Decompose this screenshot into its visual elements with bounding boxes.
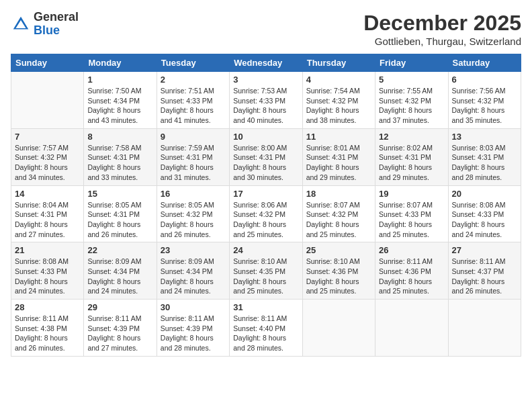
calendar-cell xyxy=(375,300,448,357)
day-info: Sunrise: 7:58 AMSunset: 4:31 PMDaylight:… xyxy=(87,143,152,183)
day-info: Sunrise: 8:09 AMSunset: 4:34 PMDaylight:… xyxy=(161,257,226,296)
calendar-cell: 1Sunrise: 7:50 AMSunset: 4:34 PMDaylight… xyxy=(84,72,157,129)
calendar-table: SundayMondayTuesdayWednesdayThursdayFrid… xyxy=(11,54,521,357)
day-number: 8 xyxy=(87,132,152,142)
logo-general: General xyxy=(34,11,79,24)
day-number: 21 xyxy=(15,245,80,255)
day-number: 24 xyxy=(233,245,298,255)
logo: General Blue xyxy=(11,11,79,38)
weekday-header-friday: Friday xyxy=(375,54,448,72)
day-number: 9 xyxy=(161,132,226,142)
day-info: Sunrise: 8:07 AMSunset: 4:32 PMDaylight:… xyxy=(306,200,371,240)
weekday-header-monday: Monday xyxy=(84,54,157,72)
day-info: Sunrise: 8:05 AMSunset: 4:32 PMDaylight:… xyxy=(161,200,226,240)
calendar-cell: 11Sunrise: 8:01 AMSunset: 4:31 PMDayligh… xyxy=(302,128,375,185)
day-number: 10 xyxy=(233,132,298,142)
day-number: 7 xyxy=(15,132,80,142)
day-info: Sunrise: 8:11 AMSunset: 4:39 PMDaylight:… xyxy=(161,314,226,353)
calendar-cell: 27Sunrise: 8:11 AMSunset: 4:37 PMDayligh… xyxy=(448,242,521,300)
calendar-cell: 2Sunrise: 7:51 AMSunset: 4:33 PMDaylight… xyxy=(157,72,229,129)
day-number: 19 xyxy=(379,189,444,199)
day-info: Sunrise: 7:54 AMSunset: 4:32 PMDaylight:… xyxy=(306,86,371,126)
day-number: 6 xyxy=(452,75,517,85)
day-number: 13 xyxy=(452,132,517,142)
weekday-header-wednesday: Wednesday xyxy=(230,54,302,72)
calendar-week-row: 28Sunrise: 8:11 AMSunset: 4:38 PMDayligh… xyxy=(11,300,521,357)
calendar-cell: 6Sunrise: 7:56 AMSunset: 4:32 PMDaylight… xyxy=(448,72,521,129)
day-number: 31 xyxy=(233,302,298,312)
day-number: 15 xyxy=(87,189,152,199)
calendar-week-row: 7Sunrise: 7:57 AMSunset: 4:32 PMDaylight… xyxy=(11,128,521,185)
calendar-cell xyxy=(302,300,375,357)
day-info: Sunrise: 7:53 AMSunset: 4:33 PMDaylight:… xyxy=(233,86,298,126)
day-number: 29 xyxy=(87,302,152,312)
day-number: 4 xyxy=(306,75,371,85)
day-number: 1 xyxy=(87,75,152,85)
day-info: Sunrise: 8:11 AMSunset: 4:37 PMDaylight:… xyxy=(452,257,517,296)
calendar-cell: 18Sunrise: 8:07 AMSunset: 4:32 PMDayligh… xyxy=(302,185,375,242)
title-block: December 2025 Gottlieben, Thurgau, Switz… xyxy=(363,11,521,47)
calendar-cell: 13Sunrise: 8:03 AMSunset: 4:31 PMDayligh… xyxy=(448,128,521,185)
day-number: 28 xyxy=(15,302,80,312)
calendar-week-row: 21Sunrise: 8:08 AMSunset: 4:33 PMDayligh… xyxy=(11,242,521,300)
calendar-cell: 24Sunrise: 8:10 AMSunset: 4:35 PMDayligh… xyxy=(230,242,302,300)
location-title: Gottlieben, Thurgau, Switzerland xyxy=(363,36,521,47)
calendar-cell: 19Sunrise: 8:07 AMSunset: 4:33 PMDayligh… xyxy=(375,185,448,242)
day-info: Sunrise: 8:05 AMSunset: 4:31 PMDaylight:… xyxy=(87,200,152,240)
day-info: Sunrise: 7:57 AMSunset: 4:32 PMDaylight:… xyxy=(15,143,80,183)
day-info: Sunrise: 8:06 AMSunset: 4:32 PMDaylight:… xyxy=(233,200,298,240)
day-info: Sunrise: 8:08 AMSunset: 4:33 PMDaylight:… xyxy=(452,200,517,240)
day-info: Sunrise: 8:11 AMSunset: 4:40 PMDaylight:… xyxy=(233,314,298,353)
day-number: 5 xyxy=(379,75,444,85)
day-number: 17 xyxy=(233,189,298,199)
calendar-week-row: 1Sunrise: 7:50 AMSunset: 4:34 PMDaylight… xyxy=(11,72,521,129)
calendar-cell: 8Sunrise: 7:58 AMSunset: 4:31 PMDaylight… xyxy=(84,128,157,185)
day-number: 12 xyxy=(379,132,444,142)
day-info: Sunrise: 7:55 AMSunset: 4:32 PMDaylight:… xyxy=(379,86,444,126)
day-number: 25 xyxy=(306,245,371,255)
calendar-cell: 28Sunrise: 8:11 AMSunset: 4:38 PMDayligh… xyxy=(11,300,84,357)
day-info: Sunrise: 8:01 AMSunset: 4:31 PMDaylight:… xyxy=(306,143,371,183)
day-info: Sunrise: 8:08 AMSunset: 4:33 PMDaylight:… xyxy=(15,257,80,296)
logo-blue: Blue xyxy=(34,24,79,38)
calendar-cell: 23Sunrise: 8:09 AMSunset: 4:34 PMDayligh… xyxy=(157,242,229,300)
day-number: 27 xyxy=(452,245,517,255)
weekday-header-row: SundayMondayTuesdayWednesdayThursdayFrid… xyxy=(11,54,521,72)
calendar-cell: 29Sunrise: 8:11 AMSunset: 4:39 PMDayligh… xyxy=(84,300,157,357)
day-number: 14 xyxy=(15,189,80,199)
day-number: 11 xyxy=(306,132,371,142)
day-number: 3 xyxy=(233,75,298,85)
day-info: Sunrise: 8:11 AMSunset: 4:38 PMDaylight:… xyxy=(15,314,80,353)
calendar-cell: 9Sunrise: 7:59 AMSunset: 4:31 PMDaylight… xyxy=(157,128,229,185)
calendar-cell: 12Sunrise: 8:02 AMSunset: 4:31 PMDayligh… xyxy=(375,128,448,185)
day-number: 20 xyxy=(452,189,517,199)
calendar-cell: 25Sunrise: 8:10 AMSunset: 4:36 PMDayligh… xyxy=(302,242,375,300)
calendar-cell: 16Sunrise: 8:05 AMSunset: 4:32 PMDayligh… xyxy=(157,185,229,242)
day-info: Sunrise: 7:59 AMSunset: 4:31 PMDaylight:… xyxy=(161,143,226,183)
page-header: General Blue December 2025 Gottlieben, T… xyxy=(11,11,521,47)
day-info: Sunrise: 7:51 AMSunset: 4:33 PMDaylight:… xyxy=(161,86,226,126)
day-number: 30 xyxy=(161,302,226,312)
weekday-header-sunday: Sunday xyxy=(11,54,84,72)
day-info: Sunrise: 8:02 AMSunset: 4:31 PMDaylight:… xyxy=(379,143,444,183)
day-info: Sunrise: 8:11 AMSunset: 4:36 PMDaylight:… xyxy=(379,257,444,296)
calendar-cell: 3Sunrise: 7:53 AMSunset: 4:33 PMDaylight… xyxy=(230,72,302,129)
calendar-cell: 17Sunrise: 8:06 AMSunset: 4:32 PMDayligh… xyxy=(230,185,302,242)
weekday-header-tuesday: Tuesday xyxy=(157,54,229,72)
day-number: 2 xyxy=(161,75,226,85)
calendar-cell xyxy=(11,72,84,129)
day-number: 16 xyxy=(161,189,226,199)
day-info: Sunrise: 8:09 AMSunset: 4:34 PMDaylight:… xyxy=(87,257,152,296)
day-info: Sunrise: 8:04 AMSunset: 4:31 PMDaylight:… xyxy=(15,200,80,240)
calendar-cell: 10Sunrise: 8:00 AMSunset: 4:31 PMDayligh… xyxy=(230,128,302,185)
day-info: Sunrise: 8:10 AMSunset: 4:36 PMDaylight:… xyxy=(306,257,371,296)
day-info: Sunrise: 7:56 AMSunset: 4:32 PMDaylight:… xyxy=(452,86,517,126)
day-info: Sunrise: 8:00 AMSunset: 4:31 PMDaylight:… xyxy=(233,143,298,183)
calendar-cell: 30Sunrise: 8:11 AMSunset: 4:39 PMDayligh… xyxy=(157,300,229,357)
day-number: 22 xyxy=(87,245,152,255)
month-year-title: December 2025 xyxy=(363,11,521,36)
calendar-cell: 22Sunrise: 8:09 AMSunset: 4:34 PMDayligh… xyxy=(84,242,157,300)
calendar-cell: 7Sunrise: 7:57 AMSunset: 4:32 PMDaylight… xyxy=(11,128,84,185)
calendar-cell: 15Sunrise: 8:05 AMSunset: 4:31 PMDayligh… xyxy=(84,185,157,242)
day-info: Sunrise: 8:10 AMSunset: 4:35 PMDaylight:… xyxy=(233,257,298,296)
